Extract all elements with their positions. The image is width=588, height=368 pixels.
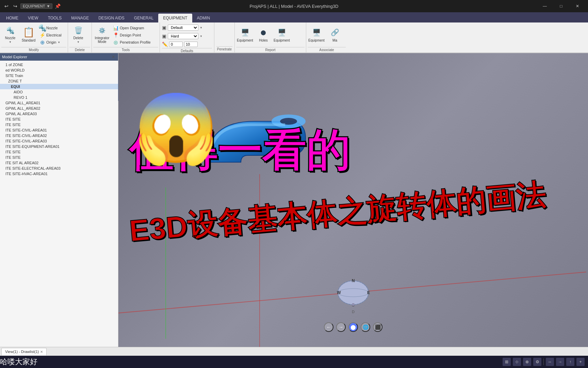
ribbon-toolbar: 🔩 Nozzle ▼ 📋 Standard 🔩 Nozzle ⚡ Electri… (0, 22, 588, 53)
nav-home-button[interactable]: ⬤ (348, 322, 358, 332)
origin-button[interactable]: ⊕ Origin ▼ (38, 39, 63, 46)
tree-item-hvac-area01[interactable]: ITE SITE-HVAC-AREA01 (0, 171, 118, 177)
integrator-mode-button[interactable]: ⚙️ Integrator Mode (93, 24, 111, 45)
design-point-button[interactable]: 📍 Design Point (112, 32, 152, 39)
nozzle-button[interactable]: 🔩 Nozzle ▼ (1, 24, 19, 45)
nav-forward-button[interactable]: → (336, 322, 346, 332)
standard-button[interactable]: 📋 Standard (20, 24, 37, 45)
nav-3d-button[interactable]: ⬛ (373, 322, 382, 332)
associate-group-label: Associate (308, 47, 346, 52)
tree-item-zone-count[interactable]: 1 of ZONE (0, 62, 118, 67)
arrow-plus-icon[interactable]: + (576, 358, 585, 366)
emoji-overlay: 😱 (125, 77, 227, 179)
defaults-dropdown-2: ▼ (200, 35, 202, 38)
delete-dropdown-arrow: ▼ (77, 41, 80, 44)
pin-icon[interactable]: 📌 (54, 2, 61, 10)
report-group-label: Report (236, 47, 305, 52)
tree-item-site-train[interactable]: SITE Train (0, 73, 118, 78)
nozzle-small-button[interactable]: 🔩 Nozzle (38, 25, 63, 31)
ribbon-group-defaults: ▣ Default ▼ ▣ Hard ▼ ✏️ Defaults (160, 22, 214, 52)
defaults-val2-input[interactable] (184, 42, 198, 47)
tab-equipment[interactable]: EQUIPMENT (158, 14, 192, 22)
equipment-assoc-button[interactable]: 🖥️ Equipment (308, 24, 325, 45)
arrow-left-icon[interactable]: ↔ (546, 358, 554, 366)
app-dropdown[interactable]: EQUIPMENT ▼ (20, 3, 52, 9)
quick-access-toolbar: ↩ ↪ EQUIPMENT ▼ 📌 (3, 2, 61, 10)
defaults-row-3: ✏️ (162, 42, 198, 47)
tree-item-site-3[interactable]: ITE SITE (0, 149, 118, 155)
tab-manage[interactable]: MANAGE (66, 14, 94, 22)
modify-group-content: 🔩 Nozzle ▼ 📋 Standard 🔩 Nozzle ⚡ Electri… (1, 23, 66, 46)
tab-tools[interactable]: TOOLS (43, 14, 66, 22)
layers-icon[interactable]: ⊕ (523, 358, 531, 366)
view-drawlist-tab[interactable]: View(1) - Drawlist(1) ✕ (1, 348, 47, 355)
associate-group-content: 🖥️ Equipment 🔗 Ma (308, 23, 346, 46)
tab-home[interactable]: HOME (1, 14, 23, 22)
origin-icon: ⊕ (39, 40, 45, 45)
tab-design-aids[interactable]: DESIGN AIDS (94, 14, 129, 22)
electrical-icon: ⚡ (39, 32, 45, 38)
tree-item-al-area02[interactable]: ITE SIT AL AREA02 (0, 160, 118, 166)
delete-button[interactable]: 🗑️ Delete ▼ (69, 24, 87, 45)
tree-item-zone[interactable]: ZONE T (0, 78, 118, 84)
maximize-button[interactable]: □ (553, 0, 569, 12)
equipment-assoc-icon: 🖥️ (311, 27, 322, 38)
defaults-select-2[interactable]: Hard (168, 33, 198, 39)
cursor-icon[interactable]: ⊹ (513, 358, 521, 366)
design-point-icon: 📍 (113, 32, 118, 38)
tree-item-world[interactable]: ed WORLD (0, 67, 118, 73)
minimize-button[interactable]: — (537, 0, 553, 12)
tree-item-electrical-area03[interactable]: ITE SITE-ELECTRICAL-AREA03 (0, 166, 118, 171)
view-tab-close-icon[interactable]: ✕ (40, 350, 43, 354)
tree-item-gpwl-area03[interactable]: GPWL AL AREA03 (0, 111, 118, 117)
open-diagram-button[interactable]: 📊 Open Diagram (112, 25, 152, 31)
penetrate-group-label: Penetrate (216, 46, 232, 51)
defaults-content: ▣ Default ▼ ▣ Hard ▼ ✏️ (162, 24, 212, 48)
tree-item-site-2[interactable]: ITE SITE (0, 122, 118, 127)
modify-group-label: Modify (1, 47, 66, 52)
tree-item-equip-area01[interactable]: ITE SITE-EQUIPMENT-AREA01 (0, 144, 118, 149)
tools-group-label: Tools (93, 47, 158, 52)
standard-icon: 📋 (23, 27, 34, 38)
tree-item-revo[interactable]: REVO 1 (0, 95, 118, 100)
title-bar: ↩ ↪ EQUIPMENT ▼ 📌 ProjAPS | ALL | Model … (0, 0, 588, 12)
tree-item-gpwl-area01[interactable]: GPWL ALL_AREA01 (0, 100, 118, 106)
tree-item-site-4[interactable]: ITE SITE (0, 155, 118, 160)
tab-view[interactable]: VIEW (23, 14, 43, 22)
sidebar-close-button[interactable]: ✕ (111, 54, 116, 60)
defaults-icon-1: ▣ (162, 25, 166, 30)
tab-general[interactable]: GENERAL (129, 14, 158, 22)
electrical-button[interactable]: ⚡ Electrical (38, 32, 63, 39)
undo-icon[interactable]: ↩ (3, 2, 10, 10)
holes-button[interactable]: ⬤ Holes (255, 24, 272, 45)
tree-item-aido[interactable]: AIDO (0, 89, 118, 95)
tab-admin[interactable]: ADMIN (192, 14, 215, 22)
tree-item-site-1[interactable]: ITE SITE (0, 117, 118, 122)
sidebar-header: Model Explorer ✕ (0, 53, 118, 61)
defaults-val1-input[interactable] (169, 42, 183, 47)
penetration-profile-button[interactable]: ◎ Penetration Profile (112, 39, 152, 46)
redo-icon[interactable]: ↪ (12, 2, 19, 10)
status-separator (543, 358, 544, 365)
svg-text:D: D (352, 310, 355, 314)
tree-item-civil-area01[interactable]: ITE SITE-CIVIL-AREA01 (0, 127, 118, 133)
nav-globe-button[interactable]: 🌐 (361, 322, 370, 332)
arrow-up-icon[interactable]: ↑ (566, 358, 574, 366)
ma-button[interactable]: 🔗 Ma (326, 24, 344, 45)
ribbon-group-tools: ⚙️ Integrator Mode 📊 Open Diagram 📍 Desi… (92, 22, 160, 52)
grid-icon[interactable]: ⊞ (503, 358, 511, 366)
nozzle-dropdown-arrow: ▼ (9, 41, 12, 44)
tree-item-gpwl-area02[interactable]: GPWL ALL_AREA02 (0, 106, 118, 111)
equipment-report-button[interactable]: 🖥️ Equipment (236, 24, 254, 45)
arrow-right-icon[interactable]: → (556, 358, 564, 366)
tree-item-civil-area03[interactable]: ITE SITE-CIVIL-AREA03 (0, 138, 118, 144)
defaults-select-1[interactable]: Default (168, 25, 198, 31)
tree-item-civil-area02[interactable]: ITE SITE-CIVIL-AREA02 (0, 133, 118, 138)
equipment-report-2-button[interactable]: 🖥️ Equipment (273, 24, 291, 45)
3d-viewport[interactable]: 值得一看的 E3D设备基本体之旋转体的画法 N S E W D ← → ⬤ (118, 53, 588, 356)
nav-back-button[interactable]: ← (324, 322, 333, 332)
close-button[interactable]: ✕ (570, 0, 585, 12)
svg-point-11 (352, 303, 355, 306)
tree-item-equi[interactable]: EQUI (0, 84, 118, 89)
settings-status-icon[interactable]: ⚙ (533, 358, 541, 366)
